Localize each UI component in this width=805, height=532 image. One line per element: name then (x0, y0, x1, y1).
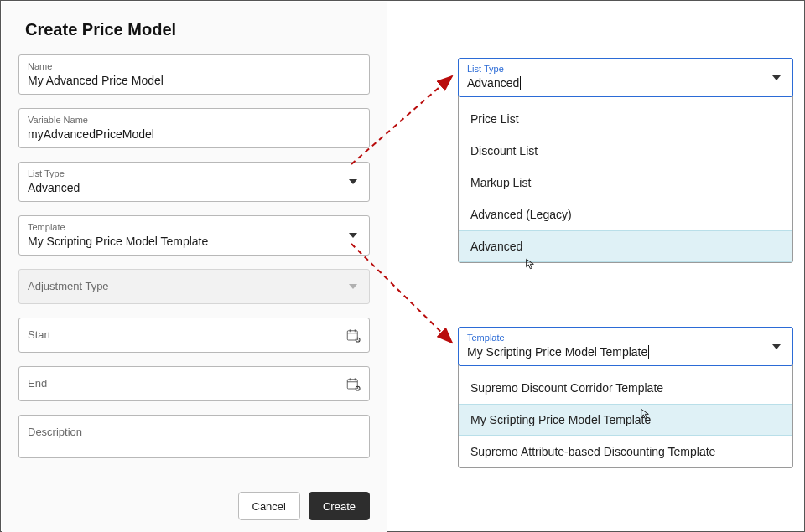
template-popover: Template My Scripting Price Model Templa… (458, 327, 793, 468)
calendar-icon (345, 328, 361, 343)
start-field[interactable]: Start (18, 318, 370, 353)
option-markup-list[interactable]: Markup List (459, 167, 792, 199)
name-field[interactable]: Name My Advanced Price Model (18, 54, 370, 95)
template-label: Template (28, 221, 361, 233)
adjustment-type-field[interactable]: Adjustment Type (18, 269, 370, 304)
template-options: Supremo Discount Corridor Template My Sc… (459, 365, 792, 467)
template-popover-input[interactable]: Template My Scripting Price Model Templa… (458, 327, 793, 366)
end-field[interactable]: End (18, 366, 370, 401)
template-popover-label: Template (467, 332, 784, 343)
option-supremo-attribute-discounting[interactable]: Supremo Attribute-based Discounting Temp… (459, 436, 792, 467)
chevron-down-icon (345, 174, 361, 189)
description-field[interactable]: Description (18, 415, 370, 458)
option-my-scripting-price-model[interactable]: My Scripting Price Model Template (459, 404, 792, 436)
adjustment-type-label: Adjustment Type (28, 281, 361, 292)
start-label: Start (28, 329, 361, 341)
name-label: Name (28, 60, 361, 72)
list-type-popover-label: List Type (467, 63, 784, 75)
option-advanced[interactable]: Advanced (459, 230, 792, 262)
template-popover-value: My Scripting Price Model Template (467, 343, 784, 360)
dialog-title: Create Price Model (2, 2, 387, 54)
form-stack: Name My Advanced Price Model Variable Na… (2, 54, 387, 458)
dialog-buttons: Cancel Create (238, 492, 371, 520)
list-type-options: Price List Discount List Markup List Adv… (459, 96, 792, 262)
chevron-down-icon (769, 70, 784, 85)
option-discount-list[interactable]: Discount List (459, 135, 792, 167)
template-field[interactable]: Template My Scripting Price Model Templa… (18, 215, 370, 256)
list-type-value: Advanced (28, 179, 361, 196)
list-type-label: List Type (28, 168, 361, 179)
variable-name-label: Variable Name (28, 114, 361, 126)
description-label: Description (28, 426, 361, 438)
variable-name-field[interactable]: Variable Name myAdvancedPriceModel (18, 108, 370, 148)
option-advanced-legacy[interactable]: Advanced (Legacy) (459, 199, 792, 230)
name-value: My Advanced Price Model (28, 72, 361, 89)
calendar-icon (345, 376, 361, 391)
chevron-down-icon (769, 339, 784, 354)
list-type-popover: List Type Advanced Price List Discount L… (458, 58, 793, 263)
list-type-popover-value: Advanced (467, 75, 784, 91)
create-price-model-dialog: Create Price Model Name My Advanced Pric… (2, 2, 387, 532)
option-supremo-discount-corridor[interactable]: Supremo Discount Corridor Template (459, 372, 792, 404)
chevron-down-icon (345, 279, 361, 294)
end-label: End (28, 378, 361, 390)
variable-name-value: myAdvancedPriceModel (28, 126, 361, 142)
option-price-list[interactable]: Price List (459, 103, 792, 135)
canvas: { "dialog": { "title": "Create Price Mod… (0, 0, 805, 532)
cancel-button[interactable]: Cancel (238, 492, 300, 520)
create-button[interactable]: Create (309, 492, 370, 520)
list-type-field[interactable]: List Type Advanced (18, 162, 370, 202)
list-type-popover-input[interactable]: List Type Advanced (458, 58, 793, 97)
template-value: My Scripting Price Model Template (28, 233, 361, 250)
chevron-down-icon (345, 228, 361, 243)
